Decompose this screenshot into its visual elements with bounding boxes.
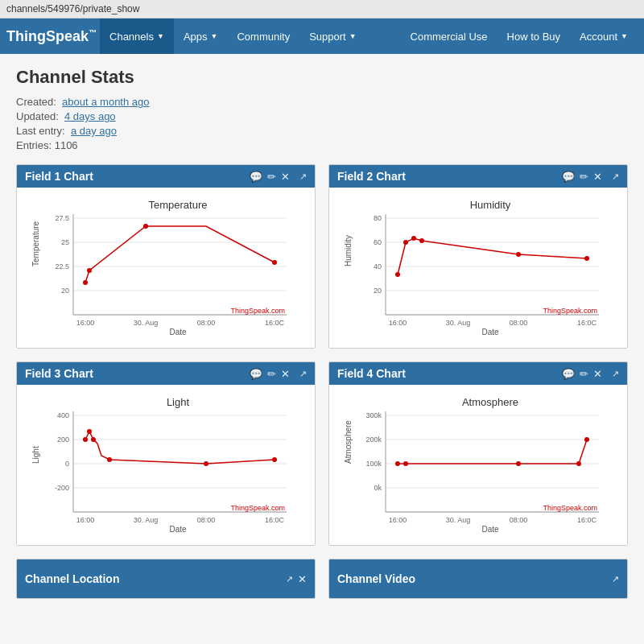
- svg-text:16:0C: 16:0C: [577, 516, 597, 524]
- svg-text:08:00: 08:00: [510, 319, 528, 327]
- svg-text:60: 60: [374, 238, 382, 246]
- svg-point-61: [272, 457, 277, 462]
- nav-community[interactable]: Community: [227, 19, 299, 54]
- field4-edit-icon[interactable]: ✏: [580, 368, 588, 380]
- svg-point-58: [91, 437, 96, 442]
- field1-close-icon[interactable]: ✕: [281, 171, 290, 183]
- svg-text:16:0C: 16:0C: [577, 319, 597, 327]
- svg-text:30. Aug: 30. Aug: [446, 319, 471, 327]
- field4-chart-body: Atmosphere Atmosphere 300k 200k 100k 0k: [329, 385, 627, 545]
- nav-how-to-buy[interactable]: How to Buy: [497, 19, 570, 54]
- svg-text:30. Aug: 30. Aug: [134, 516, 159, 524]
- page-content: Channel Stats Created: about a month ago…: [0, 54, 644, 644]
- field4-external-icon[interactable]: ↗: [612, 369, 619, 379]
- field3-chart-icons: 💬 ✏ ✕ ↗: [250, 368, 307, 380]
- field1-svg-wrap: Temperature Temperature 27.5: [23, 194, 308, 341]
- field2-external-icon[interactable]: ↗: [612, 171, 619, 182]
- svg-point-34: [403, 240, 408, 245]
- browser-url: channels/549976/private_show: [6, 3, 139, 14]
- svg-text:08:00: 08:00: [197, 319, 216, 327]
- svg-text:30. Aug: 30. Aug: [446, 516, 471, 524]
- channel-location-close-icon[interactable]: ✕: [298, 573, 307, 585]
- meta-updated: Updated: 4 days ago: [16, 110, 628, 122]
- nav-commercial-use[interactable]: Commercial Use: [401, 19, 497, 54]
- nav-support[interactable]: Support▼: [299, 19, 365, 54]
- field3-edit-icon[interactable]: ✏: [267, 368, 276, 380]
- field3-title-text: Light: [167, 396, 190, 408]
- svg-point-14: [143, 224, 148, 229]
- field3-comment-icon[interactable]: 💬: [250, 368, 262, 380]
- field1-svg: Temperature Temperature 27.5: [23, 194, 308, 339]
- field4-chart-header: Field 4 Chart 💬 ✏ ✕ ↗: [329, 362, 627, 385]
- field1-ytick-3: 20: [61, 287, 69, 295]
- channel-video-icons: ↗: [612, 574, 619, 584]
- svg-text:300k: 300k: [365, 411, 382, 419]
- field3-external-icon[interactable]: ↗: [299, 369, 307, 379]
- field1-edit-icon[interactable]: ✏: [267, 171, 276, 183]
- svg-text:16:00: 16:00: [76, 516, 95, 524]
- field2-svg-wrap: Humidity Humidity 80 60 40 20 16:00: [336, 194, 621, 341]
- svg-point-35: [411, 236, 416, 241]
- svg-point-82: [576, 461, 581, 466]
- field3-chart-header: Field 3 Chart 💬 ✏ ✕ ↗: [17, 362, 315, 385]
- brand-logo[interactable]: ThingSpeak™: [6, 28, 97, 45]
- field4-close-icon[interactable]: ✕: [593, 368, 602, 380]
- nav-apps[interactable]: Apps▼: [174, 19, 228, 54]
- svg-text:0k: 0k: [374, 484, 382, 492]
- field3-chart-card: Field 3 Chart 💬 ✏ ✕ ↗ Light Light: [16, 361, 316, 546]
- page-title: Channel Stats: [16, 67, 628, 88]
- meta-entries: Entries: 1106: [16, 139, 628, 151]
- svg-point-83: [584, 437, 589, 442]
- channel-location-card: Channel Location ↗ ✕: [16, 559, 316, 599]
- nav-account[interactable]: Account▼: [570, 19, 638, 54]
- field4-chart-title: Field 4 Chart: [337, 367, 406, 380]
- field3-chart-title: Field 3 Chart: [25, 367, 93, 380]
- account-caret: ▼: [621, 32, 628, 40]
- svg-point-15: [272, 260, 277, 265]
- channel-meta: Created: about a month ago Updated: 4 da…: [16, 96, 628, 151]
- nav-channels[interactable]: Channels▼: [100, 19, 174, 54]
- svg-text:30. Aug: 30. Aug: [134, 319, 159, 327]
- field4-title-text: Atmosphere: [462, 396, 518, 408]
- field2-edit-icon[interactable]: ✏: [580, 171, 588, 183]
- field1-chart-body: Temperature Temperature 27.5: [17, 188, 315, 348]
- svg-text:08:00: 08:00: [197, 516, 216, 524]
- svg-text:200k: 200k: [365, 436, 382, 444]
- meta-last-entry: Last entry: a day ago: [16, 125, 628, 137]
- field4-chart-card: Field 4 Chart 💬 ✏ ✕ ↗ Atmosphere Atmosph…: [328, 361, 628, 546]
- field1-title-text: Temperature: [149, 199, 208, 211]
- channel-location-external-icon[interactable]: ↗: [286, 574, 293, 584]
- field1-ytick-1: 25: [61, 238, 69, 246]
- channel-location-icons: ↗ ✕: [286, 573, 307, 585]
- field1-chart-header: Field 1 Chart 💬 ✏ ✕ ↗: [17, 165, 315, 188]
- field4-data-line: [398, 440, 587, 464]
- field1-thingspeak-label: ThingSpeak.com: [230, 307, 285, 315]
- field1-chart-card: Field 1 Chart 💬 ✏ ✕ ↗ Temperature Temper…: [16, 164, 316, 349]
- svg-point-12: [83, 280, 88, 285]
- field4-comment-icon[interactable]: 💬: [562, 368, 575, 380]
- svg-point-79: [395, 461, 400, 466]
- charts-grid: Field 1 Chart 💬 ✏ ✕ ↗ Temperature Temper…: [16, 164, 628, 546]
- svg-text:100k: 100k: [365, 460, 382, 468]
- field3-close-icon[interactable]: ✕: [281, 368, 290, 380]
- field1-comment-icon[interactable]: 💬: [250, 171, 262, 183]
- field4-chart-icons: 💬 ✏ ✕ ↗: [562, 368, 619, 380]
- field2-close-icon[interactable]: ✕: [593, 171, 602, 183]
- svg-point-13: [87, 268, 92, 273]
- field3-thingspeak-label: ThingSpeak.com: [230, 504, 285, 512]
- field1-chart-title: Field 1 Chart: [25, 170, 93, 183]
- channel-location-title: Channel Location: [25, 572, 119, 585]
- field2-chart-card: Field 2 Chart 💬 ✏ ✕ ↗ Humidity Humidity: [328, 164, 628, 349]
- field4-thingspeak-label: ThingSpeak.com: [543, 504, 597, 512]
- support-caret: ▼: [349, 32, 357, 40]
- channel-video-external-icon[interactable]: ↗: [612, 574, 619, 584]
- field2-comment-icon[interactable]: 💬: [562, 171, 575, 183]
- svg-text:200: 200: [57, 436, 69, 444]
- navbar: ThingSpeak™ Channels▼ Apps▼ Community Su…: [0, 19, 644, 54]
- field3-svg: Light Light 400 200 0 -200 16:00: [23, 391, 308, 536]
- field4-svg: Atmosphere Atmosphere 300k 200k 100k 0k: [336, 391, 621, 536]
- field1-y-label: Temperature: [31, 221, 40, 266]
- field2-chart-title: Field 2 Chart: [337, 170, 406, 183]
- field1-external-icon[interactable]: ↗: [299, 171, 307, 182]
- svg-text:Date: Date: [169, 328, 187, 336]
